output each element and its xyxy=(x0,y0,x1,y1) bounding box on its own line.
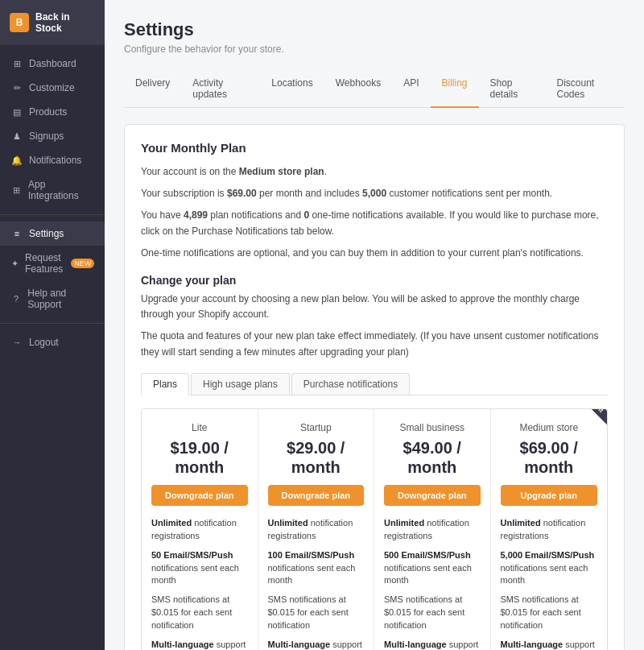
plan-price: $29.00 / month xyxy=(268,438,365,477)
sidebar-nav: ⊞ Dashboard ✏ Customize ▤ Products ♟ Sig… xyxy=(0,45,105,650)
plan-col-medium-store: Current Medium store $69.00 / month Upgr… xyxy=(491,409,608,650)
signups-icon: ♟ xyxy=(11,131,23,142)
plan-feature: Multi-language support xyxy=(501,639,598,650)
sidebar-item-logout[interactable]: → Logout xyxy=(0,330,105,354)
tab-shop-details[interactable]: Shop details xyxy=(479,71,546,108)
sidebar-item-signups[interactable]: ♟ Signups xyxy=(0,124,105,148)
logo-text: Back in Stock xyxy=(35,11,95,34)
logout-icon: → xyxy=(11,337,23,347)
tab-locations[interactable]: Locations xyxy=(260,71,324,108)
sidebar-item-notifications[interactable]: 🔔 Notifications xyxy=(0,148,105,172)
plan-feature: Unlimited notification registrations xyxy=(268,517,365,543)
plan-feature: Unlimited notification registrations xyxy=(384,517,481,543)
plan-btn-startup[interactable]: Downgrade plan xyxy=(268,485,365,506)
plan-tabs: Plans High usage plans Purchase notifica… xyxy=(141,373,608,395)
sidebar-item-label: Customize xyxy=(29,82,75,93)
sidebar-item-app-integrations[interactable]: ⊞ App Integrations xyxy=(0,172,105,208)
integrations-icon: ⊞ xyxy=(11,185,22,196)
billing-info-1: Your account is on the Medium store plan… xyxy=(141,164,608,180)
sidebar-item-customize[interactable]: ✏ Customize xyxy=(0,76,105,100)
plan-name: Startup xyxy=(268,422,365,433)
sidebar-item-products[interactable]: ▤ Products xyxy=(0,100,105,124)
plan-btn-small-business[interactable]: Downgrade plan xyxy=(384,485,481,506)
plan-tab-high-usage[interactable]: High usage plans xyxy=(191,373,290,395)
sidebar-item-settings[interactable]: ≡ Settings xyxy=(0,221,105,246)
tab-billing[interactable]: Billing xyxy=(431,71,479,108)
sidebar-item-request-features[interactable]: ✦ Request Features NEW xyxy=(0,246,105,281)
sidebar-item-label: App Integrations xyxy=(28,179,93,201)
plan-feature: 50 Email/SMS/Push notifications sent eac… xyxy=(151,549,248,588)
plans-grid: Lite $19.00 / month Downgrade plan Unlim… xyxy=(141,408,608,650)
plan-feature: 5,000 Email/SMS/Push notifications sent … xyxy=(501,549,598,588)
plan-col-startup: Startup $29.00 / month Downgrade plan Un… xyxy=(258,409,375,650)
customize-icon: ✏ xyxy=(11,83,23,93)
notifications-icon: 🔔 xyxy=(11,155,23,166)
plan-name: Small business xyxy=(384,422,481,433)
sidebar: B Back in Stock ⊞ Dashboard ✏ Customize … xyxy=(0,0,105,650)
settings-tabs: Delivery Activity updates Locations Webh… xyxy=(124,71,625,108)
request-features-icon: ✦ xyxy=(11,259,19,269)
plan-btn-medium-store[interactable]: Upgrade plan xyxy=(501,485,598,506)
sidebar-item-label: Signups xyxy=(29,130,64,142)
tab-api[interactable]: API xyxy=(392,71,430,108)
plan-name: Lite xyxy=(151,422,248,433)
plan-feature: SMS notifications at $0.015 for each sen… xyxy=(501,594,598,632)
sidebar-item-help[interactable]: ? Help and Support xyxy=(0,281,105,317)
plan-price: $49.00 / month xyxy=(384,438,481,477)
plan-btn-lite[interactable]: Downgrade plan xyxy=(151,485,248,506)
plan-price: $19.00 / month xyxy=(151,438,248,477)
new-badge: NEW xyxy=(71,259,94,268)
change-plan-desc1: Upgrade your account by choosing a new p… xyxy=(141,292,608,322)
sidebar-logo: B Back in Stock xyxy=(0,0,105,45)
plan-feature: 100 Email/SMS/Push notifications sent ea… xyxy=(268,549,365,588)
sidebar-item-label: Logout xyxy=(29,337,59,348)
sidebar-item-label: Products xyxy=(29,106,67,118)
tab-activity-updates[interactable]: Activity updates xyxy=(181,71,260,108)
tab-discount-codes[interactable]: Discount Codes xyxy=(545,71,625,108)
sidebar-item-label: Settings xyxy=(29,228,64,239)
products-icon: ▤ xyxy=(11,107,23,118)
sidebar-item-label: Request Features xyxy=(25,252,63,275)
plan-feature: Unlimited notification registrations xyxy=(151,517,248,543)
page-subtitle: Configure the behavior for your store. xyxy=(124,43,625,55)
sidebar-item-label: Help and Support xyxy=(27,288,93,310)
change-plan-desc2: The quota and features of your new plan … xyxy=(141,329,608,359)
plan-feature: SMS notifications at $0.015 for each sen… xyxy=(268,594,365,632)
plan-feature: Multi-language support xyxy=(384,639,481,650)
billing-section-title: Your Monthly Plan xyxy=(141,141,608,155)
sidebar-item-label: Dashboard xyxy=(29,58,76,69)
billing-info-3: You have 4,899 plan notifications and 0 … xyxy=(141,208,608,238)
plan-tab-purchase-notifications[interactable]: Purchase notifications xyxy=(291,373,410,395)
settings-icon: ≡ xyxy=(11,229,23,238)
page-title: Settings xyxy=(124,19,625,40)
current-badge: Current xyxy=(570,409,607,428)
help-icon: ? xyxy=(11,294,21,304)
plan-feature: Multi-language support xyxy=(268,639,365,650)
change-plan-title: Change your plan xyxy=(141,274,608,287)
sidebar-item-label: Notifications xyxy=(29,155,81,166)
plan-feature: Unlimited notification registrations xyxy=(501,517,598,543)
plan-feature: SMS notifications at $0.015 for each sen… xyxy=(384,594,481,632)
billing-info-4: One-time notifications are optional, and… xyxy=(141,246,608,261)
plan-col-small-business: Small business $49.00 / month Downgrade … xyxy=(374,409,491,650)
current-badge-wrap: Current xyxy=(559,409,607,457)
plan-feature: SMS notifications at $0.015 for each sen… xyxy=(151,594,248,632)
plan-feature: Multi-language support xyxy=(151,639,248,650)
plan-feature: 500 Email/SMS/Push notifications sent ea… xyxy=(384,549,481,588)
tab-webhooks[interactable]: Webhooks xyxy=(324,71,392,108)
billing-card: Your Monthly Plan Your account is on the… xyxy=(124,124,625,650)
plan-col-lite: Lite $19.00 / month Downgrade plan Unlim… xyxy=(142,409,258,650)
billing-info-2: Your subscription is $69.00 per month an… xyxy=(141,186,608,201)
dashboard-icon: ⊞ xyxy=(11,59,23,69)
logo-icon: B xyxy=(10,13,29,32)
sidebar-item-dashboard[interactable]: ⊞ Dashboard xyxy=(0,52,105,76)
tab-delivery[interactable]: Delivery xyxy=(124,71,181,108)
main-content: Settings Configure the behavior for your… xyxy=(105,0,644,650)
plan-tab-plans[interactable]: Plans xyxy=(141,373,189,395)
